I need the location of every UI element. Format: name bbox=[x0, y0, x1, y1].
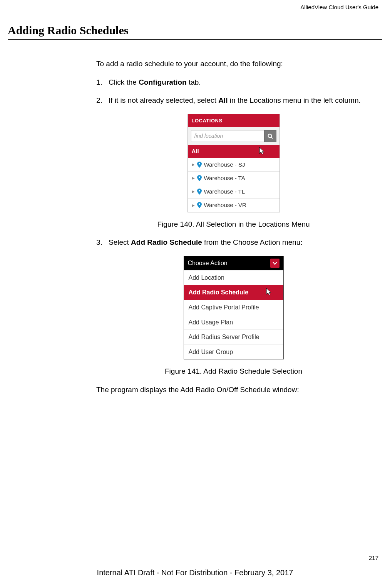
step-text: in the Locations menu in the left column… bbox=[228, 96, 360, 104]
action-item-add-radio-schedule[interactable]: Add Radio Schedule bbox=[184, 285, 283, 300]
figure-140: LOCATIONS find location All ▶Warehouse -… bbox=[96, 114, 371, 212]
step-text: If it is not already selected, select bbox=[109, 96, 218, 104]
step-bold: Add Radio Schedule bbox=[131, 238, 202, 246]
svg-point-4 bbox=[199, 190, 200, 192]
location-label: Warehouse - VR bbox=[204, 201, 246, 209]
svg-point-5 bbox=[199, 204, 200, 205]
choose-action-label: Choose Action bbox=[188, 259, 228, 267]
footer-draft-notice: Internal ATI Draft - Not For Distributio… bbox=[0, 568, 390, 577]
paragraph: The program displays the Add Radio On/Of… bbox=[96, 385, 371, 395]
expand-icon: ▶ bbox=[192, 203, 195, 208]
action-item-label: Add Radio Schedule bbox=[189, 289, 249, 296]
figure-140-caption: Figure 140. All Selection in the Locatio… bbox=[96, 219, 371, 229]
locations-all-label: All bbox=[192, 148, 199, 154]
step-1: 1. Click the Configuration tab. bbox=[96, 77, 371, 87]
step-number: 1. bbox=[96, 77, 109, 87]
expand-icon: ▶ bbox=[192, 162, 195, 167]
doc-header: AlliedView Cloud User's Guide bbox=[8, 4, 382, 10]
location-search-input[interactable]: find location bbox=[191, 130, 264, 142]
step-body: Click the Configuration tab. bbox=[109, 77, 371, 87]
step-text: Click the bbox=[109, 78, 139, 86]
chevron-down-icon bbox=[270, 259, 280, 268]
locations-panel: LOCATIONS find location All ▶Warehouse -… bbox=[187, 114, 280, 212]
step-3: 3. Select Add Radio Schedule from the Ch… bbox=[96, 237, 371, 247]
step-body: If it is not already selected, select Al… bbox=[109, 95, 371, 105]
action-item-add-user-group[interactable]: Add User Group bbox=[184, 344, 283, 359]
step-text: Select bbox=[109, 238, 131, 246]
locations-all-row[interactable]: All bbox=[188, 145, 280, 157]
svg-line-1 bbox=[271, 137, 273, 139]
step-2: 2. If it is not already selected, select… bbox=[96, 95, 371, 105]
step-number: 3. bbox=[96, 237, 109, 247]
pin-icon bbox=[197, 162, 202, 168]
step-text: tab. bbox=[187, 78, 201, 86]
pin-icon bbox=[197, 189, 202, 195]
location-item[interactable]: ▶Warehouse - SJ bbox=[188, 158, 280, 171]
step-body: Select Add Radio Schedule from the Choos… bbox=[109, 237, 371, 247]
search-icon bbox=[267, 133, 273, 139]
action-item-add-captive-portal[interactable]: Add Captive Portal Profile bbox=[184, 300, 283, 315]
step-text: from the Choose Action menu: bbox=[202, 238, 303, 246]
figure-141-caption: Figure 141. Add Radio Schedule Selection bbox=[96, 366, 371, 376]
svg-point-3 bbox=[199, 176, 200, 178]
expand-icon: ▶ bbox=[192, 189, 195, 194]
locations-search-row: find location bbox=[188, 127, 280, 145]
page: AlliedView Cloud User's Guide Adding Rad… bbox=[0, 0, 390, 588]
intro-paragraph: To add a radio schedule to your account,… bbox=[96, 59, 371, 69]
expand-icon: ▶ bbox=[192, 175, 195, 181]
choose-action-header[interactable]: Choose Action bbox=[184, 256, 283, 270]
action-item-add-radius-server[interactable]: Add Radius Server Profile bbox=[184, 329, 283, 344]
location-item[interactable]: ▶Warehouse - TL bbox=[188, 185, 280, 198]
pin-icon bbox=[197, 202, 202, 208]
figure-141: Choose Action Add Location Add Radio Sch… bbox=[96, 256, 371, 360]
action-item-add-usage-plan[interactable]: Add Usage Plan bbox=[184, 315, 283, 330]
cursor-icon bbox=[258, 147, 266, 155]
location-item[interactable]: ▶Warehouse - VR bbox=[188, 198, 280, 212]
section-title: Adding Radio Schedules bbox=[8, 24, 382, 37]
location-search-button[interactable] bbox=[264, 130, 276, 142]
location-label: Warehouse - SJ bbox=[204, 161, 245, 169]
location-item[interactable]: ▶Warehouse - TA bbox=[188, 171, 280, 185]
cursor-icon bbox=[265, 287, 273, 296]
locations-header: LOCATIONS bbox=[188, 114, 280, 127]
step-number: 2. bbox=[96, 95, 109, 105]
location-label: Warehouse - TL bbox=[204, 188, 245, 195]
step-bold: All bbox=[218, 96, 228, 104]
step-bold: Configuration bbox=[139, 78, 187, 86]
choose-action-menu: Choose Action Add Location Add Radio Sch… bbox=[184, 256, 284, 360]
action-item-add-location[interactable]: Add Location bbox=[184, 270, 283, 285]
title-rule bbox=[8, 39, 382, 40]
page-number: 217 bbox=[369, 555, 378, 561]
svg-point-0 bbox=[268, 134, 271, 137]
svg-point-2 bbox=[199, 163, 200, 164]
pin-icon bbox=[197, 175, 202, 181]
location-label: Warehouse - TA bbox=[204, 174, 245, 182]
content-area: To add a radio schedule to your account,… bbox=[96, 59, 371, 395]
